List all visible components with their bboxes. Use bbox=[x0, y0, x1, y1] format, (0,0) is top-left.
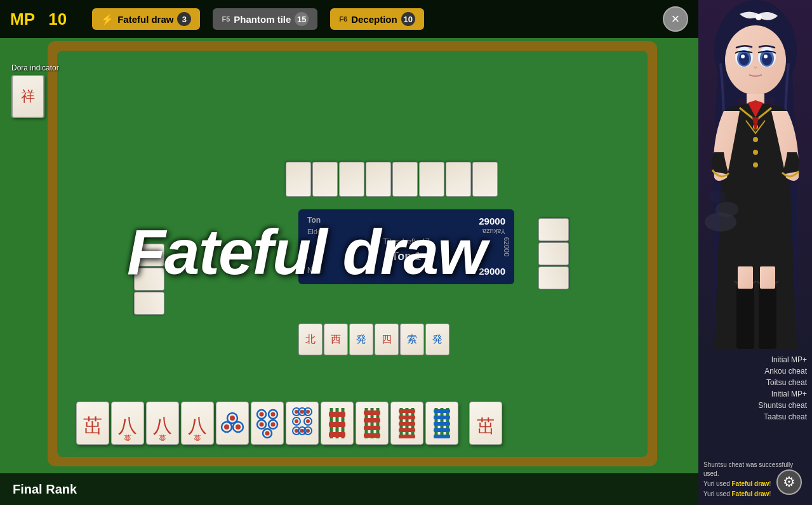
player-hand[interactable]: 茁 八 蔓 八 蔓 八 蔓 bbox=[76, 402, 502, 445]
svg-text:八: 八 bbox=[118, 415, 137, 436]
stat-ankou-cheat: Ankou cheat bbox=[703, 367, 807, 376]
svg-text:茁: 茁 bbox=[83, 415, 102, 436]
svg-rect-68 bbox=[434, 435, 450, 438]
svg-rect-60 bbox=[399, 435, 415, 438]
stats-section: Initial MP+ Ankou cheat Toitsu cheat Ini… bbox=[698, 349, 812, 430]
discard-tile: 四 bbox=[375, 324, 399, 355]
deception-count: 10 bbox=[401, 12, 415, 26]
opp-tile bbox=[392, 162, 418, 197]
svg-rect-57 bbox=[399, 416, 415, 419]
player-tile-3[interactable]: 八 蔓 bbox=[146, 402, 179, 445]
player-tile-isolated[interactable]: 茁 bbox=[469, 402, 502, 445]
character-section bbox=[698, 0, 812, 349]
svg-text:蔓: 蔓 bbox=[159, 434, 166, 441]
svg-rect-92 bbox=[738, 266, 753, 289]
hud-top-bar: MP 10 ⚡ Fateful draw 3 F5 Phantom tile 1… bbox=[0, 0, 698, 38]
svg-rect-59 bbox=[399, 428, 415, 432]
tile-11-svg bbox=[430, 405, 454, 441]
left-tile bbox=[134, 292, 164, 315]
svg-point-21 bbox=[271, 423, 276, 427]
log-text-2b: Fateful draw bbox=[731, 480, 769, 487]
svg-rect-91 bbox=[759, 285, 776, 349]
svg-point-11 bbox=[224, 424, 229, 430]
player-tile-10[interactable] bbox=[390, 402, 423, 445]
stat-initial-mp-1: Initial MP+ bbox=[703, 355, 807, 364]
log-text-3a: Yuri used bbox=[703, 490, 731, 497]
right-tile bbox=[538, 266, 569, 289]
settings-button[interactable]: ⚙ bbox=[776, 469, 802, 495]
yakuza-label: Yakuza bbox=[483, 228, 505, 235]
svg-text:蔓: 蔓 bbox=[194, 434, 201, 441]
svg-rect-93 bbox=[760, 266, 775, 289]
svg-rect-67 bbox=[434, 428, 450, 432]
character-svg bbox=[698, 0, 812, 349]
svg-rect-49 bbox=[364, 410, 380, 415]
nan-label: Nan bbox=[307, 266, 322, 277]
elderly-label: Elderly bbox=[307, 228, 329, 235]
discard-tile: 発 bbox=[349, 324, 373, 355]
right-score: 62000 bbox=[503, 237, 510, 257]
nan-score: 29000 bbox=[479, 266, 505, 277]
ton-label: Ton bbox=[307, 216, 321, 226]
svg-point-78 bbox=[739, 53, 749, 65]
dora-label: Dora indicator bbox=[11, 63, 59, 72]
player-tile-8[interactable] bbox=[321, 402, 354, 445]
stat-initial-mp-2: Initial MP+ bbox=[703, 390, 807, 398]
deception-key: F6 bbox=[339, 15, 347, 23]
player-tile-7[interactable] bbox=[286, 402, 319, 445]
log-text-3b: Fateful draw bbox=[731, 490, 769, 497]
mp-label: MP bbox=[10, 10, 35, 29]
opp-tile bbox=[446, 162, 471, 197]
tile-7-svg bbox=[290, 405, 314, 441]
svg-point-89 bbox=[709, 190, 726, 203]
player-tile-2[interactable]: 八 蔓 bbox=[111, 402, 144, 445]
left-tile bbox=[134, 244, 164, 266]
tile-5-svg bbox=[220, 405, 244, 441]
tile-9-svg bbox=[360, 405, 384, 441]
svg-point-72 bbox=[755, 14, 762, 20]
opp-tile bbox=[312, 162, 338, 197]
dora-tile: 祥 bbox=[11, 75, 44, 118]
stat-toitsu-cheat: Toitsu cheat bbox=[703, 378, 807, 387]
tile-1-svg: 茁 bbox=[81, 405, 105, 441]
svg-point-17 bbox=[271, 412, 276, 417]
player-tile-9[interactable] bbox=[356, 402, 389, 445]
svg-rect-52 bbox=[364, 433, 380, 438]
phantom-tile-button[interactable]: F5 Phantom tile 15 bbox=[213, 8, 317, 30]
svg-point-84 bbox=[753, 137, 758, 142]
tile-8-svg bbox=[325, 405, 349, 441]
opp-tile bbox=[419, 162, 444, 197]
svg-rect-43 bbox=[329, 412, 345, 417]
fateful-draw-count: 3 bbox=[177, 12, 191, 26]
log-text-2c: ! bbox=[769, 480, 771, 487]
log-text-2a: Yuri used bbox=[703, 480, 731, 487]
opp-tile bbox=[366, 162, 391, 197]
svg-text:八: 八 bbox=[153, 415, 172, 436]
deception-button[interactable]: F6 Deception 10 bbox=[330, 8, 423, 30]
center-info-panel: Ton 29000 Elderly Yakuza Tiles Left: 47 … bbox=[298, 209, 514, 284]
svg-rect-64 bbox=[434, 409, 450, 413]
fateful-draw-button[interactable]: ⚡ Fateful draw 3 bbox=[92, 8, 200, 30]
player-tile-5[interactable] bbox=[216, 402, 249, 445]
player-tile-6[interactable] bbox=[251, 402, 284, 445]
player-tile-11[interactable] bbox=[425, 402, 458, 445]
discard-area: 北 西 発 四 索 発 bbox=[298, 324, 476, 355]
svg-point-19 bbox=[260, 423, 264, 427]
svg-point-9 bbox=[230, 416, 235, 421]
svg-rect-65 bbox=[434, 416, 450, 419]
close-button[interactable]: × bbox=[663, 6, 688, 32]
svg-rect-56 bbox=[399, 409, 415, 413]
tile-3-svg: 八 蔓 bbox=[150, 405, 175, 441]
tile-iso-svg: 茁 bbox=[474, 405, 498, 441]
player-tile-4[interactable]: 八 蔓 bbox=[181, 402, 214, 445]
tile-4-svg: 八 蔓 bbox=[185, 405, 210, 441]
player-tile-1[interactable]: 茁 bbox=[76, 402, 109, 445]
svg-rect-50 bbox=[364, 418, 380, 423]
log-text-3c: ! bbox=[769, 490, 771, 497]
left-tile bbox=[134, 268, 164, 291]
close-icon: × bbox=[672, 11, 680, 27]
phantom-tile-label: Phantom tile bbox=[234, 14, 291, 25]
dora-symbol: 祥 bbox=[21, 87, 35, 106]
svg-point-23 bbox=[265, 431, 270, 436]
final-rank-label: Final Rank bbox=[13, 482, 77, 497]
